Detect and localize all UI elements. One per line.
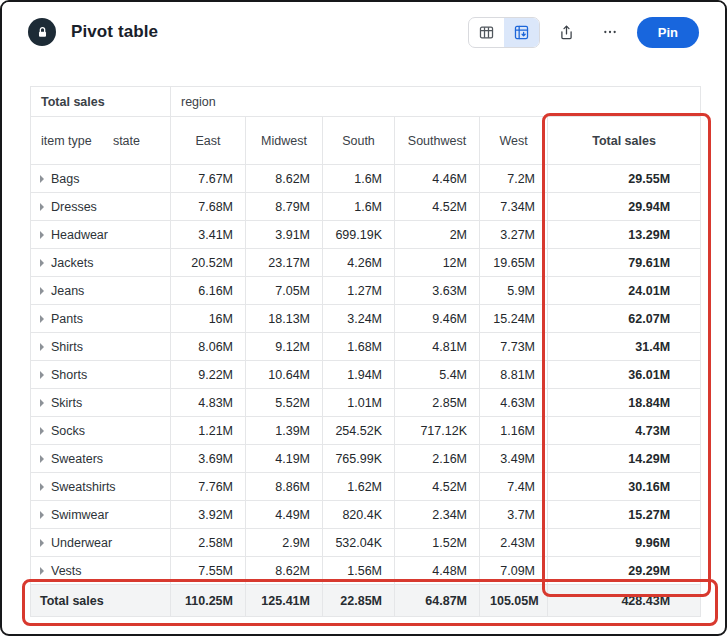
row-label-cell[interactable]: Shorts: [31, 361, 171, 389]
value-cell: 5.9M: [480, 277, 548, 305]
value-cell: 8.06M: [171, 333, 246, 361]
row-total-cell: 79.61M: [548, 249, 701, 277]
pivot-table-container: Total salesregionitem typestateEastMidwe…: [30, 86, 701, 617]
value-cell: 7.73M: [480, 333, 548, 361]
expand-icon[interactable]: [40, 259, 44, 267]
expand-icon[interactable]: [40, 175, 44, 183]
expand-icon[interactable]: [40, 399, 44, 407]
expand-icon[interactable]: [40, 455, 44, 463]
grand-total-cell: 110.25M: [171, 585, 246, 617]
value-cell: 2.58M: [171, 529, 246, 557]
expand-icon[interactable]: [40, 231, 44, 239]
row-label-cell[interactable]: Headwear: [31, 221, 171, 249]
column-header: East: [171, 117, 246, 165]
table-view-icon: [478, 24, 495, 41]
grand-total-overall-cell: 428.43M: [548, 585, 701, 617]
value-cell: 7.09M: [480, 557, 548, 585]
value-cell: 7.34M: [480, 193, 548, 221]
expand-icon[interactable]: [40, 315, 44, 323]
row-label-cell[interactable]: Sweaters: [31, 445, 171, 473]
value-cell: 8.81M: [480, 361, 548, 389]
row-label-cell[interactable]: Jeans: [31, 277, 171, 305]
row-dimension-label: item type: [41, 134, 92, 148]
row-total-cell: 29.94M: [548, 193, 701, 221]
value-cell: 8.79M: [246, 193, 323, 221]
value-cell: 4.19M: [246, 445, 323, 473]
row-label-cell[interactable]: Sweatshirts: [31, 473, 171, 501]
row-total-cell: 4.73M: [548, 417, 701, 445]
expand-icon[interactable]: [40, 483, 44, 491]
expand-icon[interactable]: [40, 567, 44, 575]
row-total-cell: 30.16M: [548, 473, 701, 501]
grand-total-cell: 125.41M: [246, 585, 323, 617]
value-cell: 2M: [395, 221, 480, 249]
expand-icon[interactable]: [40, 343, 44, 351]
row-label: Sweatshirts: [51, 480, 116, 494]
table-view-button[interactable]: [469, 18, 504, 47]
row-label: Jackets: [51, 256, 93, 270]
value-cell: 7.76M: [171, 473, 246, 501]
grand-total-cell: 22.85M: [323, 585, 395, 617]
row-label-cell[interactable]: Jackets: [31, 249, 171, 277]
value-cell: 7.2M: [480, 165, 548, 193]
row-label-cell[interactable]: Socks: [31, 417, 171, 445]
row-total-cell: 13.29M: [548, 221, 701, 249]
row-label-cell[interactable]: Pants: [31, 305, 171, 333]
row-label: Socks: [51, 424, 85, 438]
value-cell: 20.52M: [171, 249, 246, 277]
value-cell: 532.04K: [323, 529, 395, 557]
value-cell: 6.16M: [171, 277, 246, 305]
value-cell: 1.52M: [395, 529, 480, 557]
row-total-cell: 18.84M: [548, 389, 701, 417]
row-label-cell[interactable]: Shirts: [31, 333, 171, 361]
value-cell: 7.68M: [171, 193, 246, 221]
table-row: Socks1.21M1.39M254.52K717.12K1.16M4.73M: [31, 417, 701, 445]
expand-icon[interactable]: [40, 371, 44, 379]
view-toggle: [468, 17, 540, 48]
row-total-cell: 24.01M: [548, 277, 701, 305]
value-cell: 4.49M: [246, 501, 323, 529]
value-cell: 7.67M: [171, 165, 246, 193]
value-cell: 15.24M: [480, 305, 548, 333]
value-cell: 3.41M: [171, 221, 246, 249]
row-total-cell: 31.4M: [548, 333, 701, 361]
expand-icon[interactable]: [40, 427, 44, 435]
row-label-cell[interactable]: Bags: [31, 165, 171, 193]
row-label-cell[interactable]: Vests: [31, 557, 171, 585]
row-label: Shirts: [51, 340, 83, 354]
value-cell: 1.16M: [480, 417, 548, 445]
value-cell: 19.65M: [480, 249, 548, 277]
value-cell: 4.48M: [395, 557, 480, 585]
table-row: Sweatshirts7.76M8.86M1.62M4.52M7.4M30.16…: [31, 473, 701, 501]
expand-icon[interactable]: [40, 203, 44, 211]
row-label-cell[interactable]: Dresses: [31, 193, 171, 221]
expand-icon[interactable]: [40, 287, 44, 295]
value-cell: 7.55M: [171, 557, 246, 585]
value-cell: 10.64M: [246, 361, 323, 389]
share-button[interactable]: [551, 18, 583, 47]
row-label: Vests: [51, 564, 82, 578]
value-cell: 820.4K: [323, 501, 395, 529]
value-cell: 4.52M: [395, 193, 480, 221]
grand-total-label: Total sales: [31, 585, 171, 617]
row-label: Headwear: [51, 228, 108, 242]
value-cell: 3.27M: [480, 221, 548, 249]
value-cell: 1.6M: [323, 165, 395, 193]
row-label: Sweaters: [51, 452, 103, 466]
row-label-cell[interactable]: Swimwear: [31, 501, 171, 529]
column-header: Southwest: [395, 117, 480, 165]
value-cell: 699.19K: [323, 221, 395, 249]
pivot-view-button[interactable]: [504, 18, 539, 47]
row-label-cell[interactable]: Skirts: [31, 389, 171, 417]
row-label-cell[interactable]: Underwear: [31, 529, 171, 557]
value-cell: 9.22M: [171, 361, 246, 389]
more-button[interactable]: [594, 18, 626, 47]
expand-icon[interactable]: [40, 511, 44, 519]
pin-button[interactable]: Pin: [637, 17, 699, 48]
value-cell: 9.12M: [246, 333, 323, 361]
column-header: West: [480, 117, 548, 165]
row-label: Jeans: [51, 284, 84, 298]
column-header: South: [323, 117, 395, 165]
expand-icon[interactable]: [40, 539, 44, 547]
value-cell: 8.86M: [246, 473, 323, 501]
